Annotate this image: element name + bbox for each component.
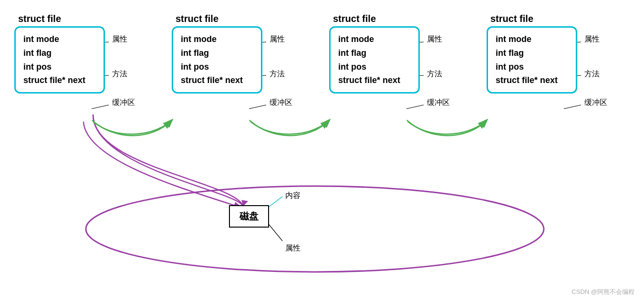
struct-title-2: struct file [176,13,218,24]
label-s3-method: 方法 [427,69,442,79]
label-s1-method: 方法 [112,69,127,79]
svg-line-7 [249,105,266,109]
struct-field-4-4: struct file* next [496,73,568,87]
label-s3-attr: 属性 [427,34,442,44]
struct-field-2-2: int flag [181,46,253,60]
label-s1-attr: 属性 [112,34,127,44]
disk-box: 磁盘 [229,205,269,228]
struct-box-1: int mode int flag int pos struct file* n… [14,26,105,94]
struct-field-3-2: int flag [338,46,411,60]
label-s2-method: 方法 [270,69,285,79]
struct-field-1-1: int mode [23,32,96,46]
label-s2-attr: 属性 [270,34,285,44]
struct-field-2-1: int mode [181,32,253,46]
struct-box-2: int mode int flag int pos struct file* n… [172,26,262,94]
struct-box-4: int mode int flag int pos struct file* n… [487,26,577,94]
svg-point-0 [86,186,544,272]
disk-label: 磁盘 [239,211,259,221]
label-s3-buf: 缓冲区 [427,98,450,108]
label-disk-content: 内容 [285,191,301,201]
label-s4-attr: 属性 [584,34,600,44]
struct-box-3: int mode int flag int pos struct file* n… [329,26,420,94]
struct-field-3-3: int pos [338,60,411,74]
struct-field-4-3: int pos [496,60,568,74]
struct-field-2-4: struct file* next [181,73,253,87]
struct-field-1-4: struct file* next [23,73,96,87]
struct-field-1-3: int pos [23,60,96,74]
struct-field-4-2: int flag [496,46,568,60]
label-s4-buf: 缓冲区 [584,98,607,108]
svg-line-13 [564,105,581,109]
label-s4-method: 方法 [584,69,600,79]
label-s2-buf: 缓冲区 [270,98,292,108]
struct-field-4-1: int mode [496,32,568,46]
label-disk-attr: 属性 [285,243,301,253]
struct-field-3-1: int mode [338,32,411,46]
struct-field-2-3: int pos [181,60,253,74]
label-s1-buf: 缓冲区 [112,98,135,108]
watermark: CSDN @阿熊不会编程 [571,288,634,296]
svg-line-4 [92,105,109,109]
svg-line-10 [406,105,424,109]
struct-title-3: struct file [333,13,376,24]
struct-field-3-4: struct file* next [338,73,411,87]
struct-field-1-2: int flag [23,46,96,60]
struct-title-1: struct file [18,13,61,24]
diagram-container: int mode int flag int pos struct file* n… [0,0,644,302]
struct-title-4: struct file [490,13,533,24]
